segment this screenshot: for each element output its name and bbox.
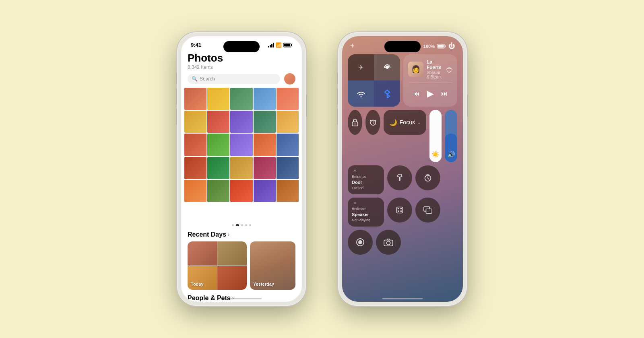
silent-switch[interactable]: [337, 72, 338, 84]
timer-button[interactable]: [415, 165, 440, 190]
photo-cell[interactable]: [230, 157, 252, 179]
photo-cell[interactable]: [254, 180, 276, 202]
photo-cell[interactable]: [230, 111, 252, 133]
screen-mirror-button[interactable]: [415, 198, 440, 223]
hotspot-icon: [382, 63, 392, 72]
photo-cell[interactable]: [207, 157, 229, 179]
flashlight-icon: [396, 173, 403, 182]
photo-cell[interactable]: [207, 180, 229, 202]
yesterday-card[interactable]: Yesterday: [250, 241, 295, 290]
page-dot-active[interactable]: [236, 224, 239, 226]
user-avatar[interactable]: [284, 73, 295, 84]
search-label: Search: [200, 76, 215, 82]
page-dot[interactable]: [249, 224, 251, 226]
cc-row-1: ✈: [348, 54, 457, 107]
svg-rect-4: [445, 45, 446, 47]
wifi-toggle-button[interactable]: [348, 80, 374, 107]
lock-icon: [351, 118, 359, 127]
next-button[interactable]: ⏭: [441, 90, 448, 97]
photo-cell[interactable]: [207, 111, 229, 133]
dynamic-island: [223, 41, 260, 52]
page-dot[interactable]: [241, 224, 243, 226]
photo-cell[interactable]: [184, 134, 206, 156]
cc-row-5: [348, 230, 457, 255]
airplay-icon[interactable]: [446, 66, 452, 73]
camera-icon: [384, 238, 393, 246]
page-dot[interactable]: [245, 224, 247, 226]
cc-row-2: 🌙 Focus ⌄ ☀️ 🔊: [348, 110, 457, 162]
photo-cell[interactable]: [184, 88, 206, 110]
photo-cell[interactable]: [277, 180, 299, 202]
status-icons: 📶: [268, 42, 292, 48]
photos-count: 8,342 Items: [188, 64, 295, 70]
page-dots: [181, 221, 302, 229]
airplane-mode-button[interactable]: ✈: [348, 54, 374, 80]
dynamic-island: [384, 41, 421, 52]
photo-cell[interactable]: [277, 111, 299, 133]
calculator-button[interactable]: [387, 198, 412, 223]
page-dot[interactable]: [232, 224, 234, 226]
control-center: + 📶 100% ⏻: [342, 36, 463, 302]
focus-label: Focus: [400, 119, 415, 126]
photo-cell[interactable]: [184, 180, 206, 202]
bluetooth-button[interactable]: [374, 80, 400, 107]
power-button[interactable]: [306, 95, 307, 117]
photo-cell[interactable]: [184, 111, 206, 133]
alarm-button[interactable]: [365, 110, 380, 135]
bedroom-speaker-button[interactable]: Bedroom Speaker Not Playing: [348, 198, 384, 227]
photo-cell[interactable]: [207, 88, 229, 110]
today-card[interactable]: Today: [188, 241, 247, 290]
cc-row-4: Bedroom Speaker Not Playing: [348, 198, 457, 227]
camera-button[interactable]: [376, 230, 401, 255]
bedroom-label-bot: Not Playing: [352, 218, 370, 223]
power-icon[interactable]: ⏻: [448, 43, 455, 50]
photo-cell[interactable]: [230, 134, 252, 156]
flashlight-button[interactable]: [387, 165, 412, 190]
volume-up-button[interactable]: [176, 89, 177, 105]
volume-slider[interactable]: 🔊: [445, 110, 457, 162]
chevron-down-icon: ⌄: [417, 120, 421, 125]
photo-cell[interactable]: [277, 134, 299, 156]
volume-up-button[interactable]: [337, 89, 338, 105]
screen-record-button[interactable]: [348, 230, 373, 255]
screen-lock-button[interactable]: [348, 110, 362, 135]
photo-cell[interactable]: [230, 180, 252, 202]
iphone-control-center: + 📶 100% ⏻: [338, 32, 467, 306]
photo-cell[interactable]: [277, 88, 299, 110]
play-button[interactable]: ▶: [427, 89, 434, 99]
photos-title: Photos: [188, 52, 295, 64]
volume-icon: 🔊: [447, 150, 455, 158]
signal-icon: [268, 43, 274, 47]
entrance-door-label-mid: Door: [352, 180, 362, 185]
photo-cell[interactable]: [277, 157, 299, 179]
music-artist: Shakira & Bizarr.: [427, 70, 443, 79]
recent-days-header[interactable]: Recent Days ›: [181, 229, 302, 241]
power-button[interactable]: [467, 95, 468, 117]
silent-switch[interactable]: [176, 72, 177, 84]
connectivity-tile: ✈: [348, 54, 400, 107]
photo-cell[interactable]: [230, 88, 252, 110]
photo-cell[interactable]: [254, 88, 276, 110]
cc-row-3: Entrance Door Locked: [348, 165, 457, 194]
control-center-screen: + 📶 100% ⏻: [342, 36, 463, 302]
photo-cell[interactable]: [254, 157, 276, 179]
svg-point-6: [386, 66, 388, 69]
recent-days-title: Recent Days: [188, 231, 226, 238]
previous-button[interactable]: ⏮: [413, 90, 420, 97]
photo-cell[interactable]: [207, 134, 229, 156]
photo-cell[interactable]: [254, 111, 276, 133]
volume-down-button[interactable]: [337, 109, 338, 125]
photo-cell[interactable]: [254, 134, 276, 156]
yesterday-label: Yesterday: [253, 282, 274, 286]
volume-down-button[interactable]: [176, 109, 177, 125]
photo-cell[interactable]: [184, 157, 206, 179]
hotspot-button[interactable]: [374, 54, 400, 80]
search-bar[interactable]: 🔍 Search: [188, 74, 280, 84]
screen-mirror-icon: [423, 206, 432, 214]
photos-toolbar: 🔍 Search: [181, 73, 302, 88]
brightness-slider[interactable]: ☀️: [429, 110, 442, 162]
add-button[interactable]: +: [350, 42, 355, 50]
entrance-door-button[interactable]: Entrance Door Locked: [348, 165, 384, 194]
svg-rect-16: [397, 207, 403, 213]
focus-button[interactable]: 🌙 Focus ⌄: [384, 110, 426, 135]
